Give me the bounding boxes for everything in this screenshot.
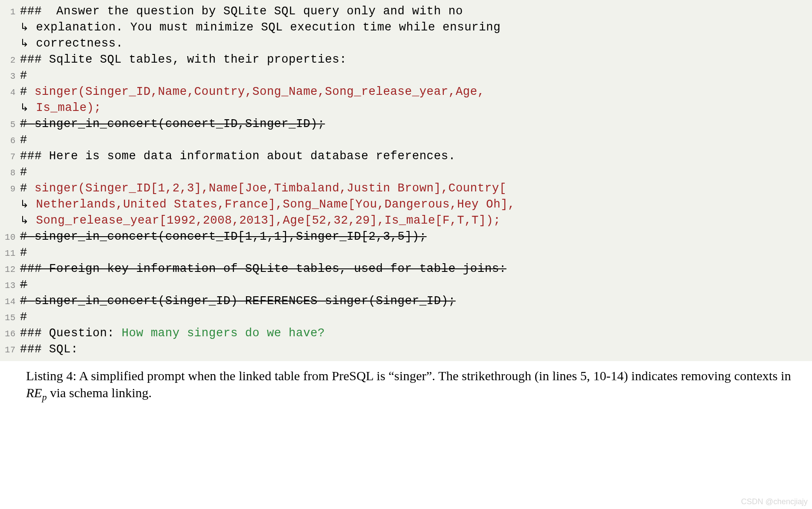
code-line-11: 11 #	[1, 245, 809, 261]
continuation-arrow-icon: ↳	[20, 20, 29, 34]
caption-text: Listing 4: A simplified prompt when the …	[26, 368, 791, 383]
code-text: #	[17, 309, 27, 325]
code-line-4-cont: ↳ Is_male);	[1, 100, 809, 116]
line-number: 11	[1, 248, 17, 259]
code-text: ↳ Song_release_year[1992,2008,2013],Age[…	[17, 213, 501, 229]
code-line-10: 10 # singer_in_concert(concert_ID[1,1,1]…	[1, 229, 809, 245]
code-text: # singer_in_concert(concert_ID,Singer_ID…	[17, 116, 325, 132]
line-number: 16	[1, 328, 17, 340]
line-number: 2	[1, 54, 17, 66]
code-text: ↳ explanation. You must minimize SQL exe…	[17, 20, 501, 36]
continuation-arrow-icon: ↳	[20, 213, 29, 228]
line-number: 3	[1, 70, 17, 82]
continuation-arrow-icon: ↳	[20, 197, 29, 211]
code-text: # singer(Singer_ID[1,2,3],Name[Joe,Timba…	[17, 181, 506, 197]
code-text: ↳ correctness.	[17, 36, 123, 52]
line-number: 4	[1, 87, 17, 98]
code-text: #	[17, 277, 27, 293]
code-text: #	[17, 245, 27, 261]
code-line-7: 7 ### Here is some data information abou…	[1, 148, 809, 164]
code-line-2: 2 ### Sqlite SQL tables, with their prop…	[1, 52, 809, 68]
code-line-4: 4 # singer(Singer_ID,Name,Country,Song_N…	[1, 84, 809, 100]
line-number: 12	[1, 264, 17, 275]
code-text: #	[17, 132, 27, 148]
code-text: ### Here is some data information about …	[17, 148, 456, 164]
code-text: ### Sqlite SQL tables, with their proper…	[17, 52, 347, 68]
line-number: 9	[1, 183, 17, 195]
code-line-6: 6 #	[1, 132, 809, 148]
code-text: ### Foreign key information of SQLite ta…	[17, 261, 506, 277]
line-number: 13	[1, 280, 17, 291]
code-line-3: 3 #	[1, 68, 809, 84]
code-line-1: 1 ### Answer the question by SQLite SQL …	[1, 3, 809, 20]
code-line-16: 16 ### Question: How many singers do we …	[1, 325, 809, 342]
code-text: ### SQL:	[17, 342, 78, 358]
line-number: 14	[1, 296, 17, 308]
code-listing: 1 ### Answer the question by SQLite SQL …	[0, 0, 812, 361]
code-text: ### Answer the question by SQLite SQL qu…	[17, 3, 463, 20]
code-text: ↳ Netherlands,United States,France],Song…	[17, 197, 515, 213]
code-line-8: 8 #	[1, 164, 809, 181]
math-subscript: p	[42, 392, 47, 402]
code-line-9-cont: ↳ Song_release_year[1992,2008,2013],Age[…	[1, 213, 809, 229]
code-text: # singer_in_concert(Singer_ID) REFERENCE…	[17, 293, 456, 309]
math-variable: RE	[26, 385, 42, 400]
listing-caption: Listing 4: A simplified prompt when the …	[0, 361, 812, 406]
code-line-1-cont: ↳ correctness.	[1, 36, 809, 52]
code-line-17: 17 ### SQL:	[1, 342, 809, 358]
code-text: # singer_in_concert(concert_ID[1,1,1],Si…	[17, 229, 426, 245]
code-line-14: 14 # singer_in_concert(Singer_ID) REFERE…	[1, 293, 809, 309]
code-text: ### Question: How many singers do we hav…	[17, 325, 325, 342]
line-number: 15	[1, 312, 17, 324]
code-line-15: 15 #	[1, 309, 809, 325]
code-line-9-cont: ↳ Netherlands,United States,France],Song…	[1, 197, 809, 213]
line-number: 6	[1, 135, 17, 147]
line-number: 8	[1, 167, 17, 179]
code-line-12: 12 ### Foreign key information of SQLite…	[1, 261, 809, 277]
code-line-9: 9 # singer(Singer_ID[1,2,3],Name[Joe,Tim…	[1, 181, 809, 197]
continuation-arrow-icon: ↳	[20, 100, 29, 115]
code-text: #	[17, 164, 27, 181]
code-line-13: 13 #	[1, 277, 809, 293]
line-number: 1	[1, 6, 17, 18]
line-number: 10	[1, 231, 17, 243]
code-text: ↳ Is_male);	[17, 100, 101, 116]
code-line-1-cont: ↳ explanation. You must minimize SQL exe…	[1, 20, 809, 36]
code-text: # singer(Singer_ID,Name,Country,Song_Nam…	[17, 84, 485, 100]
continuation-arrow-icon: ↳	[20, 36, 29, 50]
line-number: 17	[1, 344, 17, 356]
line-number: 7	[1, 151, 17, 163]
code-text: #	[17, 68, 27, 84]
code-line-5: 5 # singer_in_concert(concert_ID,Singer_…	[1, 116, 809, 132]
line-number: 5	[1, 119, 17, 131]
caption-suffix: via schema linking.	[47, 385, 152, 400]
